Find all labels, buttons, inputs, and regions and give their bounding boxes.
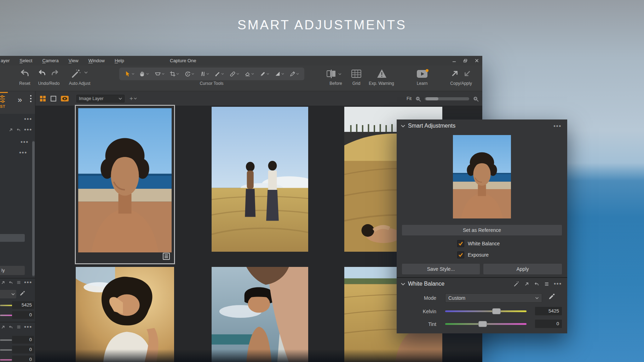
menu-item-select[interactable]: Select bbox=[15, 58, 37, 63]
dock-apply-button-clipped[interactable]: ly bbox=[0, 266, 25, 275]
zoom-in-icon[interactable] bbox=[473, 96, 479, 102]
auto-adjust-menu-chevron[interactable] bbox=[84, 71, 88, 74]
apply-button[interactable]: Apply bbox=[483, 264, 562, 274]
pan-tool-button[interactable] bbox=[137, 71, 151, 77]
draw-tool-button[interactable] bbox=[287, 71, 301, 77]
dock-kebab-icon[interactable] bbox=[30, 95, 32, 103]
auto-adjust-button[interactable] bbox=[71, 68, 81, 79]
single-view-icon[interactable] bbox=[50, 95, 57, 102]
tool-menu-icon[interactable]: ••• bbox=[554, 281, 562, 287]
tab-adjust[interactable]: JUST bbox=[0, 92, 8, 112]
exp-warning-button[interactable] bbox=[376, 69, 387, 78]
reset-tool-icon[interactable] bbox=[8, 325, 13, 329]
thumbnail-curly-warm[interactable] bbox=[76, 267, 174, 362]
keystone-tool-button[interactable] bbox=[197, 71, 211, 77]
copy-settings-icon[interactable] bbox=[1, 280, 5, 285]
tint-slider-thumb[interactable] bbox=[478, 321, 487, 327]
menu-item-view[interactable]: View bbox=[64, 58, 84, 63]
kelvin-value-box[interactable]: 5425 bbox=[535, 307, 562, 315]
proof-view-icon[interactable] bbox=[61, 96, 69, 101]
dock-mode-dropdown-clipped[interactable] bbox=[0, 290, 16, 298]
white-balance-checkbox-row[interactable]: White Balance bbox=[457, 240, 500, 247]
reset-tool-icon[interactable] bbox=[16, 128, 21, 132]
set-as-reference-button[interactable]: Set as Reference bbox=[402, 225, 562, 235]
undo-button[interactable] bbox=[38, 68, 47, 77]
layer-select-dropdown[interactable]: Image Layer bbox=[76, 95, 125, 103]
presets-menu-icon[interactable] bbox=[16, 325, 21, 329]
restore-button[interactable] bbox=[462, 58, 468, 64]
smart-adjustments-header[interactable]: Smart Adjustments bbox=[397, 119, 567, 132]
thumbnail-selected-frame[interactable] bbox=[75, 105, 175, 264]
dock-brightness-value[interactable]: 0 bbox=[12, 356, 34, 362]
menu-item-camera[interactable]: Camera bbox=[37, 58, 63, 63]
mode-dropdown[interactable]: Custom bbox=[445, 293, 542, 303]
loupe-tool-button[interactable] bbox=[152, 70, 166, 77]
rotate-tool-button[interactable] bbox=[182, 71, 196, 77]
menu-item-help[interactable]: Help bbox=[110, 58, 129, 63]
thumbnail-field-couple[interactable] bbox=[212, 107, 308, 252]
tool-menu-icon[interactable]: ••• bbox=[24, 127, 32, 133]
brush-tool-button[interactable] bbox=[212, 71, 226, 77]
white-balance-checkbox[interactable] bbox=[457, 240, 464, 247]
exposure-checkbox[interactable] bbox=[457, 251, 464, 258]
dock-scrollbar[interactable] bbox=[32, 141, 35, 277]
redo-button[interactable] bbox=[50, 68, 59, 77]
dock-tint-value[interactable]: 0 bbox=[12, 311, 34, 319]
menu-item-ayer[interactable]: ayer bbox=[0, 58, 15, 63]
crop-tool-button[interactable] bbox=[167, 71, 181, 77]
kelvin-slider[interactable] bbox=[445, 310, 527, 312]
tint-value-box[interactable]: 0 bbox=[535, 320, 562, 328]
zoom-slider[interactable] bbox=[425, 97, 469, 100]
thumbnail-portrait-sea[interactable] bbox=[78, 108, 172, 252]
grid-button[interactable] bbox=[351, 69, 362, 78]
dock-kelvin-value[interactable]: 5425 bbox=[12, 301, 34, 309]
select-tool-button[interactable] bbox=[122, 70, 136, 77]
reset-button[interactable] bbox=[20, 68, 30, 78]
copy-settings-icon[interactable] bbox=[8, 128, 13, 132]
exposure-checkbox-row[interactable]: Exposure bbox=[457, 251, 489, 259]
dock-section-menu[interactable]: ••• bbox=[0, 116, 35, 122]
reset-tool-icon[interactable] bbox=[8, 280, 13, 285]
thumbnail-blue-closeup[interactable] bbox=[212, 267, 308, 362]
apply-adjustments-button[interactable] bbox=[463, 69, 472, 78]
gradient-mask-tool-button[interactable] bbox=[272, 71, 286, 77]
tool-menu-icon[interactable]: ••• bbox=[24, 324, 32, 330]
copy-settings-icon[interactable] bbox=[524, 281, 529, 287]
close-button[interactable] bbox=[474, 58, 479, 64]
presets-menu-icon[interactable] bbox=[544, 282, 550, 286]
zoom-out-icon[interactable] bbox=[415, 96, 421, 102]
presets-menu-icon[interactable] bbox=[16, 280, 21, 285]
spot-tool-button[interactable] bbox=[257, 71, 271, 77]
heal-tool-button[interactable] bbox=[227, 71, 241, 77]
tool-menu-icon[interactable]: ••• bbox=[24, 279, 32, 286]
panel-menu-icon[interactable]: ••• bbox=[553, 123, 562, 129]
tint-slider[interactable] bbox=[445, 323, 527, 325]
auto-adjust-icon[interactable] bbox=[513, 281, 520, 287]
dock-reference-button-clipped[interactable] bbox=[0, 234, 25, 242]
grid-view-icon[interactable] bbox=[40, 95, 46, 102]
dock-slider-clipped[interactable] bbox=[0, 349, 12, 351]
menu-item-window[interactable]: Window bbox=[84, 58, 110, 63]
smart-adjustments-panel: Smart Adjustments ••• Set as Reference W… bbox=[397, 119, 567, 333]
collapse-panel-icon[interactable]: » bbox=[18, 95, 20, 105]
kelvin-slider-thumb[interactable] bbox=[492, 308, 501, 314]
dock-slider-clipped[interactable] bbox=[0, 339, 12, 341]
learn-button[interactable] bbox=[416, 69, 429, 79]
dock-slider-clipped[interactable] bbox=[0, 359, 12, 361]
zoom-slider-thumb[interactable] bbox=[426, 97, 438, 100]
adjustments-badge-icon[interactable] bbox=[163, 253, 170, 260]
white-balance-picker-icon[interactable] bbox=[548, 293, 556, 300]
dock-contrast-value[interactable]: 0 bbox=[12, 346, 34, 354]
save-style-button[interactable]: Save Style... bbox=[402, 264, 480, 274]
reset-tool-icon[interactable] bbox=[534, 281, 540, 287]
dock-wb-picker-icon[interactable] bbox=[19, 290, 25, 297]
dock-exposure-value[interactable]: 0 bbox=[12, 336, 34, 344]
add-layer-button[interactable]: + bbox=[130, 95, 137, 102]
dock-section-menu-3[interactable]: ••• bbox=[0, 150, 35, 156]
dock-section-menu-2[interactable]: ••• bbox=[0, 139, 35, 145]
before-button[interactable] bbox=[326, 70, 341, 78]
eraser-tool-button[interactable] bbox=[242, 71, 256, 77]
copy-adjustments-button[interactable] bbox=[450, 69, 459, 78]
minimize-button[interactable] bbox=[451, 58, 457, 64]
copy-settings-icon[interactable] bbox=[1, 325, 5, 329]
